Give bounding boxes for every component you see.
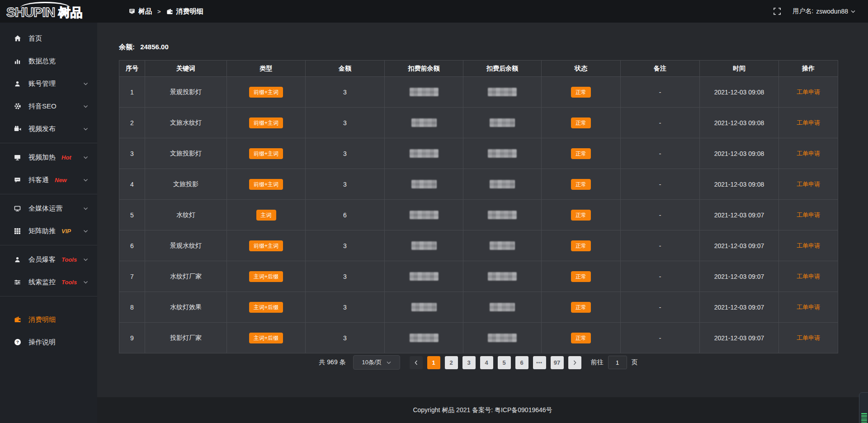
cell-status: 正常 (542, 292, 621, 323)
goto-page-input[interactable] (608, 356, 627, 369)
cell-keyword: 文旅投影灯 (145, 138, 227, 169)
widget-stripe (861, 418, 867, 419)
cell-action: 工单申请 (779, 200, 838, 230)
status-badge: 正常 (571, 179, 591, 190)
cell-type: 主词 (227, 200, 306, 230)
sidebar-item-instructions[interactable]: ? 操作说明 (0, 331, 97, 353)
sidebar-item-video-heat[interactable]: 视频加热 Hot (0, 146, 97, 169)
sidebar-item-video-publish[interactable]: 视频发布 (0, 118, 97, 140)
status-badge: 正常 (571, 333, 591, 343)
goto-label: 前往 (591, 358, 604, 367)
prev-page-button[interactable] (410, 356, 423, 369)
ticket-apply-link[interactable]: 工单申请 (797, 89, 820, 95)
page-button-6[interactable]: 6 (515, 356, 528, 369)
sliders-icon (14, 279, 21, 286)
cell-action: 工单申请 (779, 169, 838, 200)
chevron-down-icon (387, 361, 391, 364)
masked-value (411, 180, 437, 188)
chevron-down-icon (83, 281, 88, 284)
cell-status: 正常 (542, 200, 621, 230)
sidebar-item-member-burst[interactable]: 会员爆客 Tools (0, 248, 97, 271)
breadcrumb-home[interactable]: 树品 (129, 7, 152, 16)
masked-value (410, 334, 439, 342)
page-button-97[interactable]: 97 (551, 356, 564, 369)
cell-balance-after (463, 169, 542, 200)
cell-balance-before (385, 230, 463, 261)
bar-chart-icon (14, 58, 21, 65)
sidebar-item-data-overview[interactable]: 数据总览 (0, 50, 97, 72)
cell-amount: 3 (306, 108, 385, 138)
page-button-1[interactable]: 1 (427, 356, 440, 369)
col-header: 类型 (227, 61, 306, 77)
cell-keyword: 投影灯厂家 (145, 323, 227, 353)
video-camera-icon (14, 125, 21, 132)
page-ellipsis-button[interactable]: ••• (533, 356, 546, 369)
col-header: 金额 (306, 61, 385, 77)
sidebar-item-douketong[interactable]: 抖客通 New (0, 169, 97, 191)
status-badge: 正常 (571, 148, 591, 159)
cell-balance-after (463, 77, 542, 108)
ticket-apply-link[interactable]: 工单申请 (797, 273, 820, 280)
cell-amount: 3 (306, 77, 385, 108)
cell-amount: 3 (306, 292, 385, 323)
masked-value (490, 180, 515, 188)
page-button-4[interactable]: 4 (480, 356, 493, 369)
user-menu[interactable]: 用户名: zswodun88 (793, 7, 855, 15)
masked-value (488, 211, 517, 219)
ticket-apply-link[interactable]: 工单申请 (797, 150, 820, 157)
ticket-apply-link[interactable]: 工单申请 (797, 119, 820, 126)
sidebar-item-label: 抖客通 (28, 176, 49, 184)
ticket-apply-link[interactable]: 工单申请 (797, 181, 820, 188)
sidebar-item-douyin-seo[interactable]: 抖音SEO (0, 95, 97, 118)
chevron-left-icon (415, 360, 418, 365)
masked-value (490, 303, 515, 311)
ticket-apply-link[interactable]: 工单申请 (797, 212, 820, 218)
masked-value (488, 272, 517, 281)
cell-keyword: 景观水纹灯 (145, 230, 227, 261)
sidebar-item-consumption-detail[interactable]: 消费明细 (0, 308, 97, 331)
sidebar-item-home[interactable]: 首页 (0, 27, 97, 50)
page-button-2[interactable]: 2 (445, 356, 458, 369)
masked-value (410, 149, 439, 158)
cell-index: 2 (119, 108, 145, 138)
sidebar-item-clue-monitor[interactable]: 线索监控 Tools (0, 271, 97, 293)
table-row: 1 景观投影灯 前缀+主词 3 正常 - 2021-12-03 09:08 工单… (119, 77, 838, 108)
masked-value (410, 272, 439, 281)
page-button-5[interactable]: 5 (498, 356, 511, 369)
type-badge: 前缀+主词 (249, 148, 283, 159)
cell-type: 前缀+主词 (227, 169, 306, 200)
type-badge: 前缀+主词 (249, 179, 283, 190)
breadcrumb-label: 消费明细 (176, 7, 203, 16)
balance-value: 24856.00 (140, 43, 169, 51)
ticket-apply-link[interactable]: 工单申请 (797, 242, 820, 249)
cell-time: 2021-12-03 09:07 (700, 200, 779, 230)
cell-remark: - (621, 200, 700, 230)
chevron-down-icon (83, 230, 88, 233)
cell-balance-after (463, 200, 542, 230)
monitor-icon (14, 205, 21, 212)
ticket-apply-link[interactable]: 工单申请 (797, 304, 820, 310)
breadcrumb-current[interactable]: 消费明细 (166, 7, 203, 16)
cell-action: 工单申请 (779, 77, 838, 108)
sidebar-item-account-mgmt[interactable]: 账号管理 (0, 72, 97, 95)
masked-value (490, 118, 515, 127)
cell-time: 2021-12-03 09:07 (700, 292, 779, 323)
cell-keyword: 文旅水纹灯 (145, 108, 227, 138)
cell-status: 正常 (542, 169, 621, 200)
ticket-apply-link[interactable]: 工单申请 (797, 334, 820, 341)
breadcrumb-separator: > (157, 8, 161, 15)
page-button-3[interactable]: 3 (462, 356, 476, 369)
sidebar-item-matrix-boost[interactable]: 矩阵助推 VIP (0, 220, 97, 242)
floating-widget[interactable] (859, 392, 868, 423)
cell-balance-after (463, 261, 542, 292)
sidebar-item-all-media[interactable]: 全媒体运营 (0, 197, 97, 220)
cell-balance-before (385, 169, 463, 200)
next-page-button[interactable] (568, 356, 581, 369)
chevron-down-icon (83, 179, 88, 182)
fullscreen-icon[interactable] (774, 8, 781, 15)
widget-stripe (861, 419, 867, 421)
cell-action: 工单申请 (779, 138, 838, 169)
cell-keyword: 水纹灯厂家 (145, 261, 227, 292)
brand-logo[interactable]: SHUPIN 树品 (0, 0, 97, 23)
page-size-select[interactable]: 10条/页 (353, 355, 400, 370)
